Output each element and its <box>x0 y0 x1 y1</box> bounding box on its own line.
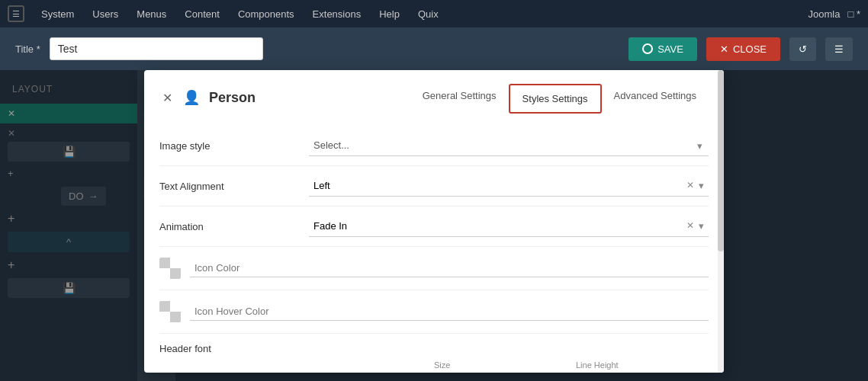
nav-quix[interactable]: Quix <box>410 5 446 23</box>
title-input[interactable] <box>50 37 263 60</box>
animation-clear-icon[interactable]: ✕ <box>686 220 694 232</box>
animation-arrow-icon: ▾ <box>699 220 704 232</box>
person-icon: 👤 <box>183 89 201 107</box>
nav-components[interactable]: Components <box>230 5 302 23</box>
icon-hover-color-input-wrap <box>190 303 709 321</box>
tab-styles[interactable]: Styles Settings <box>509 84 602 114</box>
modal-dialog: ✕ 👤 Person General Settings Styles Setti… <box>144 70 724 373</box>
animation-control: Fade In ✕ ▾ <box>309 216 709 237</box>
joomla-label: Joomla <box>809 8 841 20</box>
header-font-controls: Select... ▾ Size Line Height <box>159 360 709 373</box>
icon-color-row <box>159 247 709 290</box>
image-style-row: Image style Select... ▾ <box>159 126 709 166</box>
font-size-input[interactable] <box>434 371 567 373</box>
close-label: CLOSE <box>733 43 767 55</box>
save-button[interactable]: SAVE <box>628 37 697 61</box>
tab-general[interactable]: General Settings <box>410 82 509 114</box>
modal-header: ✕ 👤 Person General Settings Styles Setti… <box>144 70 724 114</box>
animation-value: Fade In <box>313 220 347 232</box>
text-alignment-value: Left <box>313 180 330 191</box>
icon-color-input-wrap <box>190 259 709 277</box>
animation-row: Animation Fade In ✕ ▾ <box>159 207 709 247</box>
header-font-row: Header font Select... ▾ Size <box>159 334 709 373</box>
font-size-wrap: Size <box>434 360 567 373</box>
header-font-select[interactable]: Select... ▾ <box>159 371 425 373</box>
menu-button[interactable]: ☰ <box>825 37 853 61</box>
icon-hover-color-input[interactable] <box>190 303 709 321</box>
icon-hover-color-swatch[interactable] <box>159 301 181 322</box>
refresh-button[interactable]: ↺ <box>789 37 816 61</box>
main-area: LAYOUT ✕ ✕ 💾 + DO → + ^ + <box>0 70 868 381</box>
nav-menus[interactable]: Menus <box>129 5 174 23</box>
sidebar-toggle-icon[interactable]: ☰ <box>8 5 24 22</box>
image-style-control: Select... ▾ <box>309 135 709 156</box>
image-style-label: Image style <box>159 140 297 152</box>
text-align-arrow-icon: ▾ <box>699 180 704 191</box>
joomla-icon: □ * <box>847 8 860 20</box>
icon-color-swatch[interactable] <box>159 258 181 279</box>
header-font-select-wrap: Select... ▾ <box>159 371 425 373</box>
scrollbar-thumb[interactable] <box>718 70 724 251</box>
modal-title: Person <box>209 90 256 106</box>
text-alignment-label: Text Alignment <box>159 181 297 192</box>
nav-help[interactable]: Help <box>371 5 407 23</box>
icon-color-input[interactable] <box>190 259 709 277</box>
modal-body: Image style Select... ▾ Text Alignment L… <box>144 114 724 373</box>
modal-close-button[interactable]: ✕ <box>159 88 175 108</box>
animation-label: Animation <box>159 221 297 232</box>
nav-extensions[interactable]: Extensions <box>305 5 369 23</box>
nav-system[interactable]: System <box>34 5 82 23</box>
navbar: ☰ System Users Menus Content Components … <box>0 0 868 27</box>
icon-hover-color-row <box>159 290 709 334</box>
line-height-input[interactable] <box>576 371 709 373</box>
line-height-label: Line Height <box>576 360 709 370</box>
title-label: Title * <box>15 43 40 55</box>
text-alignment-control: Left ✕ ▾ <box>309 175 709 197</box>
nav-content[interactable]: Content <box>177 5 227 23</box>
close-x-icon: ✕ <box>720 43 728 55</box>
modal-tabs: General Settings Styles Settings Advance… <box>410 82 709 114</box>
size-label: Size <box>434 360 567 370</box>
image-style-select[interactable]: Select... <box>309 135 709 156</box>
line-height-wrap: Line Height <box>576 360 709 373</box>
text-align-clear-icon[interactable]: ✕ <box>686 180 694 191</box>
modal-scrollbar <box>718 70 724 373</box>
tab-advanced[interactable]: Advanced Settings <box>602 82 709 114</box>
save-circle-icon <box>642 43 653 54</box>
nav-users[interactable]: Users <box>85 5 126 23</box>
save-label: SAVE <box>657 43 683 55</box>
text-alignment-select[interactable]: Left ✕ ▾ <box>309 175 709 197</box>
header-font-label: Header font <box>159 343 709 354</box>
modal-overlay: ✕ 👤 Person General Settings Styles Setti… <box>0 70 868 381</box>
title-bar: Title * SAVE ✕ CLOSE ↺ ☰ <box>0 27 868 70</box>
animation-select[interactable]: Fade In ✕ ▾ <box>309 216 709 237</box>
text-alignment-row: Text Alignment Left ✕ ▾ <box>159 166 709 207</box>
close-button[interactable]: ✕ CLOSE <box>706 37 780 61</box>
